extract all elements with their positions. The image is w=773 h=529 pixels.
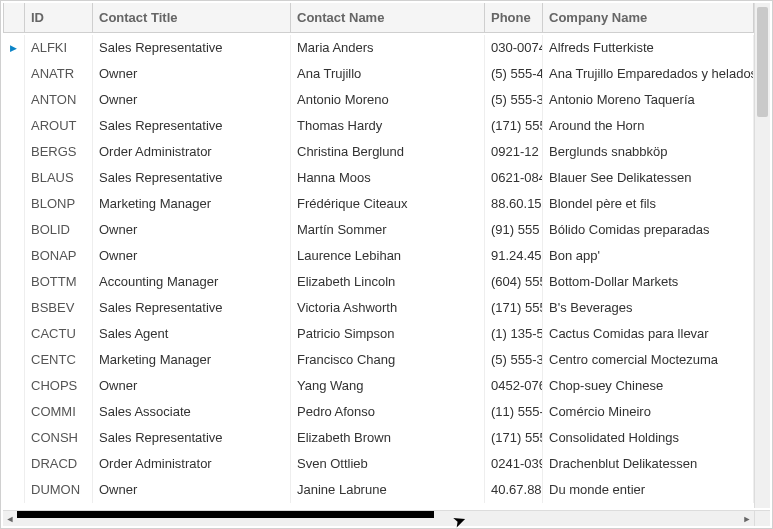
column-header-phone[interactable]: Phone (485, 3, 543, 33)
column-header-selector[interactable] (3, 3, 25, 33)
row-indicator[interactable] (3, 451, 25, 477)
cell-company-name[interactable]: Bottom-Dollar Markets (543, 269, 754, 295)
vertical-scrollbar-thumb[interactable] (757, 7, 768, 117)
cell-phone[interactable]: (171) 555 (485, 295, 543, 321)
cell-phone[interactable]: (5) 555-33 (485, 347, 543, 373)
vertical-scrollbar[interactable] (754, 3, 770, 508)
row-indicator[interactable] (3, 399, 25, 425)
cell-id[interactable]: BOTTM (25, 269, 93, 295)
row-indicator[interactable] (3, 295, 25, 321)
cell-contact-name[interactable]: Pedro Afonso (291, 399, 485, 425)
cell-id[interactable]: CONSH (25, 425, 93, 451)
cell-contact-title[interactable]: Owner (93, 61, 291, 87)
column-header-contact-title[interactable]: Contact Title (93, 3, 291, 33)
cell-contact-title[interactable]: Sales Representative (93, 295, 291, 321)
cell-company-name[interactable]: B's Beverages (543, 295, 754, 321)
cell-phone[interactable]: (91) 555 2 (485, 217, 543, 243)
cell-contact-title[interactable]: Marketing Manager (93, 347, 291, 373)
cell-phone[interactable]: 0452-076 (485, 373, 543, 399)
cell-phone[interactable]: (5) 555-47 (485, 61, 543, 87)
cell-contact-title[interactable]: Sales Representative (93, 113, 291, 139)
cell-contact-title[interactable]: Sales Associate (93, 399, 291, 425)
cell-contact-title[interactable]: Sales Representative (93, 35, 291, 61)
cell-contact-name[interactable]: Hanna Moos (291, 165, 485, 191)
cell-contact-name[interactable]: Patricio Simpson (291, 321, 485, 347)
cell-phone[interactable]: 0241-039 (485, 451, 543, 477)
row-indicator[interactable] (3, 87, 25, 113)
column-header-id[interactable]: ID (25, 3, 93, 33)
cell-id[interactable]: BSBEV (25, 295, 93, 321)
row-indicator[interactable] (3, 269, 25, 295)
cell-contact-name[interactable]: Francisco Chang (291, 347, 485, 373)
hscroll-left-arrow-icon[interactable]: ◄ (3, 511, 17, 526)
row-indicator[interactable] (3, 165, 25, 191)
cell-contact-title[interactable]: Owner (93, 477, 291, 503)
cell-phone[interactable]: (1) 135-55 (485, 321, 543, 347)
cell-company-name[interactable]: Consolidated Holdings (543, 425, 754, 451)
cell-company-name[interactable]: Drachenblut Delikatessen (543, 451, 754, 477)
cell-contact-name[interactable]: Christina Berglund (291, 139, 485, 165)
cell-phone[interactable]: 40.67.88.8 (485, 477, 543, 503)
cell-contact-title[interactable]: Order Administrator (93, 139, 291, 165)
row-indicator[interactable] (3, 217, 25, 243)
row-indicator[interactable] (3, 347, 25, 373)
cell-contact-title[interactable]: Owner (93, 87, 291, 113)
cell-contact-title[interactable]: Sales Representative (93, 425, 291, 451)
row-indicator[interactable] (3, 425, 25, 451)
cell-contact-title[interactable]: Accounting Manager (93, 269, 291, 295)
cell-company-name[interactable]: Alfreds Futterkiste (543, 35, 754, 61)
cell-contact-title[interactable]: Owner (93, 243, 291, 269)
row-indicator[interactable] (3, 243, 25, 269)
cell-id[interactable]: ANATR (25, 61, 93, 87)
cell-id[interactable]: DRACD (25, 451, 93, 477)
cell-contact-name[interactable]: Maria Anders (291, 35, 485, 61)
cell-phone[interactable]: 030-0074 (485, 35, 543, 61)
horizontal-scrollbar-thumb[interactable] (17, 511, 434, 518)
cell-phone[interactable]: (5) 555-39 (485, 87, 543, 113)
cell-phone[interactable]: 88.60.15.3 (485, 191, 543, 217)
cell-id[interactable]: BONAP (25, 243, 93, 269)
cell-contact-title[interactable]: Sales Agent (93, 321, 291, 347)
row-indicator[interactable] (3, 139, 25, 165)
cell-contact-title[interactable]: Owner (93, 373, 291, 399)
cell-id[interactable]: ALFKI (25, 35, 93, 61)
cell-id[interactable]: CENTC (25, 347, 93, 373)
cell-phone[interactable]: (171) 555 (485, 113, 543, 139)
cell-contact-name[interactable]: Yang Wang (291, 373, 485, 399)
cell-contact-name[interactable]: Victoria Ashworth (291, 295, 485, 321)
cell-contact-title[interactable]: Sales Representative (93, 165, 291, 191)
cell-company-name[interactable]: Cactus Comidas para llevar (543, 321, 754, 347)
row-indicator[interactable]: ▶ (3, 35, 25, 61)
cell-contact-name[interactable]: Ana Trujillo (291, 61, 485, 87)
cell-contact-name[interactable]: Martín Sommer (291, 217, 485, 243)
cell-id[interactable]: AROUT (25, 113, 93, 139)
cell-company-name[interactable]: Chop-suey Chinese (543, 373, 754, 399)
cell-contact-name[interactable]: Elizabeth Lincoln (291, 269, 485, 295)
cell-contact-name[interactable]: Thomas Hardy (291, 113, 485, 139)
cell-contact-name[interactable]: Janine Labrune (291, 477, 485, 503)
cell-id[interactable]: COMMI (25, 399, 93, 425)
cell-id[interactable]: BLAUS (25, 165, 93, 191)
cell-phone[interactable]: 0921-12 3 (485, 139, 543, 165)
cell-id[interactable]: CACTU (25, 321, 93, 347)
cell-phone[interactable]: 0621-084 (485, 165, 543, 191)
cell-id[interactable]: DUMON (25, 477, 93, 503)
cell-id[interactable]: BOLID (25, 217, 93, 243)
cell-phone[interactable]: (171) 555 (485, 425, 543, 451)
cell-id[interactable]: BLONP (25, 191, 93, 217)
row-indicator[interactable] (3, 373, 25, 399)
column-header-company-name[interactable]: Company Name (543, 3, 754, 33)
cell-company-name[interactable]: Antonio Moreno Taquería (543, 87, 754, 113)
cell-contact-name[interactable]: Sven Ottlieb (291, 451, 485, 477)
cell-id[interactable]: BERGS (25, 139, 93, 165)
horizontal-scrollbar[interactable]: ◄ ► (3, 510, 754, 526)
row-indicator[interactable] (3, 191, 25, 217)
cell-company-name[interactable]: Blauer See Delikatessen (543, 165, 754, 191)
column-header-contact-name[interactable]: Contact Name (291, 3, 485, 33)
cell-company-name[interactable]: Berglunds snabbköp (543, 139, 754, 165)
row-indicator[interactable] (3, 61, 25, 87)
cell-id[interactable]: CHOPS (25, 373, 93, 399)
cell-contact-name[interactable]: Elizabeth Brown (291, 425, 485, 451)
cell-phone[interactable]: 91.24.45.4 (485, 243, 543, 269)
cell-company-name[interactable]: Around the Horn (543, 113, 754, 139)
